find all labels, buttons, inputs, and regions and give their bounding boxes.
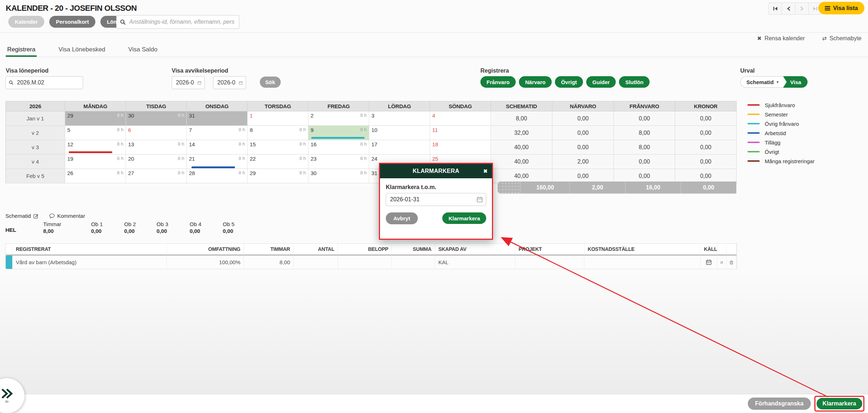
day-cell[interactable]: 6	[126, 126, 187, 140]
kalender-page: KALENDER - 20 - JOSEFIN OLSSON Visa list…	[0, 0, 868, 413]
day-cell[interactable]: 148 h	[187, 140, 248, 155]
urval-selector-label: Schematid	[746, 79, 774, 85]
row-edit-button[interactable]	[717, 256, 727, 269]
legend-item: Sjukfrånvaro	[747, 100, 814, 110]
legend-swatch	[747, 142, 760, 143]
day-cell[interactable]: 298 h	[248, 169, 308, 183]
close-icon[interactable]: ✖	[483, 168, 488, 174]
day-number: 1	[250, 113, 253, 119]
kommentar-link[interactable]: Kommentar	[49, 213, 85, 219]
day-cell[interactable]: 10	[369, 126, 430, 140]
day-hours: 8 h	[117, 113, 123, 118]
visa-lista-button[interactable]: Visa lista	[818, 2, 864, 14]
record-nav-group	[769, 3, 822, 15]
day-cell[interactable]: 288 h	[187, 169, 248, 183]
day-number: 28	[189, 170, 195, 176]
avbryt-button[interactable]: Avbryt	[386, 212, 418, 224]
registration-table: REGISTRERATOMFATTNINGTIMMARANTALBELOPPSU…	[5, 243, 737, 269]
day-cell[interactable]: 238 h	[308, 155, 369, 169]
day-cell[interactable]: 208 h	[126, 155, 187, 169]
urval-visa-button[interactable]: Visa	[783, 76, 808, 88]
summary-cell: 8,00	[491, 111, 552, 126]
day-cell[interactable]: 1	[248, 111, 308, 126]
day-hours: 8 h	[360, 141, 367, 147]
legend-swatch	[747, 132, 760, 134]
day-cell[interactable]: 3	[369, 111, 430, 126]
kalender-button[interactable]: Kalender	[8, 16, 44, 28]
week-label: Feb v 5	[6, 169, 65, 183]
day-number: 6	[128, 127, 131, 133]
day-cell[interactable]: 88 h	[248, 126, 308, 140]
calendar-icon	[239, 80, 243, 86]
modal-klarmarkera-button[interactable]: Klarmarkera	[442, 212, 486, 224]
day-cell[interactable]: 298 h	[65, 111, 126, 126]
registrera-övrigt-button[interactable]: Övrigt	[555, 76, 583, 88]
visa-lista-label: Visa lista	[833, 5, 858, 12]
day-cell[interactable]: 228 h	[248, 155, 308, 169]
employee-search-input[interactable]	[128, 18, 235, 26]
urval-selector[interactable]: Schematid ▼	[740, 76, 783, 88]
day-cell[interactable]: 168 h	[308, 140, 369, 155]
loneperiod-input[interactable]	[16, 79, 80, 86]
day-cell[interactable]: 78 h	[187, 126, 248, 140]
summary-header: FRÅNVARO	[614, 101, 675, 111]
date-to-input[interactable]	[217, 79, 236, 86]
reg-table-header-edit	[717, 244, 727, 256]
row-color-block	[6, 256, 12, 269]
nav-first-button[interactable]	[768, 3, 782, 15]
summary-column-value: 0,00	[223, 228, 257, 234]
registrera-frånvaro-button[interactable]: Frånvaro	[480, 76, 516, 88]
klarmarkera-date-input[interactable]	[389, 196, 477, 203]
registrera-slutlön-button[interactable]: Slutlön	[619, 76, 650, 88]
day-header: SÖNDAG	[430, 101, 491, 111]
day-cell[interactable]: 218 h	[187, 155, 248, 169]
day-cell[interactable]: 58 h	[65, 126, 126, 140]
cell-omfattning: 100,00%	[167, 256, 244, 269]
day-cell[interactable]: 31	[187, 111, 248, 126]
day-cell[interactable]: 278 h	[126, 169, 187, 183]
personalkort-button[interactable]: Personalkort	[49, 16, 95, 28]
registrera-närvaro-button[interactable]: Närvaro	[519, 76, 552, 88]
loneperiod-label: Visa löneperiod	[6, 68, 49, 74]
day-cell[interactable]: 308 h	[126, 111, 187, 126]
day-cell[interactable]: 17	[369, 140, 430, 155]
reg-table-header: KÄLLA	[701, 244, 717, 256]
schematid-edit-link[interactable]: Schematid	[5, 213, 39, 219]
day-cell[interactable]: 268 h	[65, 169, 126, 183]
totals-cell: 160,00	[520, 182, 570, 193]
row-delete-button[interactable]	[727, 256, 737, 269]
cell-skapad-av: KAL	[435, 256, 515, 269]
day-number: 15	[250, 141, 256, 147]
day-cell[interactable]: 128 h	[65, 140, 126, 155]
registrera-guider-button[interactable]: Guider	[586, 76, 616, 88]
day-cell[interactable]: 198 h	[65, 155, 126, 169]
sok-button[interactable]: Sök	[260, 77, 281, 88]
day-number: 10	[371, 127, 378, 133]
edit-icon	[33, 214, 39, 219]
day-hours: 8 h	[360, 127, 367, 132]
legend-label: Många registreringar	[765, 158, 814, 164]
week-label: v 2	[6, 126, 65, 140]
date-from-input[interactable]	[175, 79, 195, 86]
day-cell[interactable]: 28 h	[308, 111, 369, 126]
day-cell[interactable]: 98 h	[308, 126, 369, 140]
day-cell[interactable]: 4	[430, 111, 491, 126]
day-hours: 8 h	[299, 156, 306, 161]
day-cell[interactable]: 18	[430, 140, 491, 155]
rensa-kalender-button[interactable]: ✖ Rensa kalender	[757, 35, 805, 42]
day-cell[interactable]: 158 h	[248, 140, 308, 155]
day-cell[interactable]: 308 h	[308, 169, 369, 183]
nav-next-button[interactable]	[795, 3, 809, 15]
tab-visa-lönebesked[interactable]: Visa Lönebesked	[57, 45, 107, 57]
schemabyte-button[interactable]: ⇄ Schemabyte	[822, 35, 862, 42]
day-cell[interactable]: 11	[430, 126, 491, 140]
day-cell[interactable]: 138 h	[126, 140, 187, 155]
tab-registrera[interactable]: Registrera	[6, 45, 37, 57]
reg-table-header: KOSTNADSSTÄLLE	[584, 244, 701, 256]
forhandsgranska-button[interactable]: Förhandsgranska	[748, 398, 810, 410]
footer-klarmarkera-button[interactable]: Klarmarkera	[817, 398, 862, 409]
nav-prev-button[interactable]	[782, 3, 795, 15]
registrera-buttons: FrånvaroNärvaroÖvrigtGuiderSlutlön	[480, 76, 650, 88]
lower-background	[0, 273, 868, 394]
tab-visa-saldo[interactable]: Visa Saldo	[127, 45, 159, 57]
